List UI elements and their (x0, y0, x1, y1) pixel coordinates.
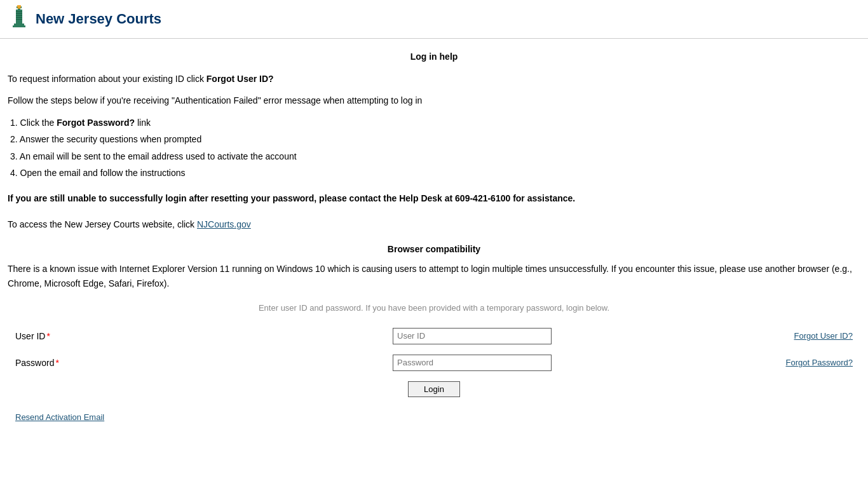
alert-text: If you are still unable to successfully … (8, 191, 860, 205)
forgot-password-link[interactable]: Forgot Password? (786, 358, 853, 367)
njcourts-prefix: To access the New Jersey Courts website,… (8, 219, 197, 229)
step-2-number: 2. (10, 134, 20, 144)
resend-activation-link[interactable]: Resend Activation Email (15, 412, 104, 422)
step-3-text: An email will be sent to the email addre… (20, 151, 297, 161)
browser-compat-section: Browser compatibility There is a known i… (8, 244, 860, 290)
step-2: 2. Answer the security questions when pr… (10, 132, 860, 146)
step-4-text: Open the email and follow the instructio… (20, 168, 186, 178)
userid-required-star: * (46, 331, 50, 341)
browser-compat-text: There is a known issue with Internet Exp… (8, 262, 860, 290)
svg-point-2 (17, 5, 21, 9)
njcourts-link[interactable]: NJCourts.gov (197, 219, 251, 229)
resend-activation-wrapper: Resend Activation Email (15, 407, 853, 422)
svg-rect-9 (14, 24, 24, 25)
step-1-suffix: link (135, 118, 151, 128)
svg-rect-10 (13, 25, 25, 27)
login-btn-row: Login (15, 381, 853, 397)
logo-wrapper: New Jersey Courts (8, 5, 161, 33)
password-input[interactable] (393, 355, 552, 371)
steps-list: 1. Click the Forgot Password? link 2. An… (10, 116, 860, 180)
login-form: User ID* Forgot User ID? Password* Forgo… (8, 328, 860, 422)
svg-rect-7 (16, 17, 22, 18)
intro-paragraph: To request information about your existi… (8, 72, 860, 86)
login-hint: Enter user ID and password. If you have … (8, 303, 860, 313)
forgot-userid-inline-link: Forgot User ID? (207, 74, 274, 84)
logo-text: New Jersey Courts (36, 11, 161, 27)
password-label: Password* (15, 358, 92, 368)
password-input-wrapper (92, 355, 853, 371)
svg-rect-8 (16, 19, 22, 20)
svg-rect-4 (16, 11, 22, 12)
nj-courts-logo-icon (8, 5, 31, 33)
step-3: 3. An email will be sent to the email ad… (10, 149, 860, 163)
svg-rect-5 (16, 13, 22, 14)
userid-input-wrapper (92, 328, 853, 344)
step-4: 4. Open the email and follow the instruc… (10, 166, 860, 180)
intro-text: To request information about your existi… (8, 74, 207, 84)
login-button[interactable]: Login (408, 381, 460, 397)
step-1: 1. Click the Forgot Password? link (10, 116, 860, 130)
step-2-text: Answer the security questions when promp… (20, 134, 201, 144)
auth-failed-text: Follow the steps below if you're receivi… (8, 93, 860, 107)
step-1-bold: Forgot Password? (57, 118, 135, 128)
step-1-number: 1. (10, 118, 20, 128)
password-row: Password* Forgot Password? (15, 355, 853, 371)
njcourts-paragraph: To access the New Jersey Courts website,… (8, 217, 860, 231)
step-4-number: 4. (10, 168, 20, 178)
password-required-star: * (55, 358, 58, 368)
main-content: Log in help To request information about… (0, 39, 868, 435)
svg-rect-6 (16, 15, 22, 16)
userid-input[interactable] (393, 328, 552, 344)
page-header: New Jersey Courts (0, 0, 868, 39)
login-help-title: Log in help (8, 51, 860, 62)
step-1-prefix: Click the (20, 118, 57, 128)
userid-row: User ID* Forgot User ID? (15, 328, 853, 344)
step-3-number: 3. (10, 151, 20, 161)
browser-compat-title: Browser compatibility (8, 244, 860, 254)
forgot-userid-link[interactable]: Forgot User ID? (794, 331, 853, 341)
userid-label: User ID* (15, 331, 92, 341)
